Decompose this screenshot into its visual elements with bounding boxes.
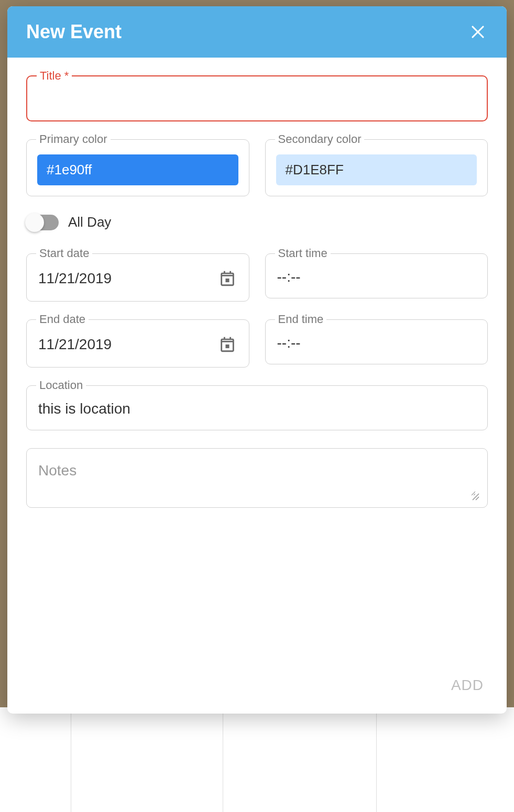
modal-title: New Event: [26, 21, 122, 43]
start-time-input[interactable]: [277, 269, 476, 285]
calendar-icon[interactable]: [217, 269, 237, 288]
location-field: Location: [26, 385, 488, 430]
modal-header: New Event: [7, 6, 507, 58]
notes-input[interactable]: [38, 462, 476, 496]
background-calendar: [0, 707, 514, 812]
add-button[interactable]: ADD: [449, 673, 486, 698]
close-icon: [470, 24, 486, 40]
secondary-color-swatch[interactable]: #D1E8FF: [276, 154, 477, 185]
toggle-knob: [25, 213, 44, 232]
end-time-field: End time: [265, 319, 488, 368]
close-button[interactable]: [468, 22, 488, 42]
modal-footer: ADD: [7, 660, 507, 714]
end-date-label: End date: [36, 313, 89, 326]
secondary-color-field: Secondary color #D1E8FF: [265, 139, 488, 196]
secondary-color-label: Secondary color: [275, 132, 365, 146]
primary-color-swatch[interactable]: #1e90ff: [37, 154, 238, 185]
title-field: Title *: [26, 75, 488, 121]
modal-body: Title * Primary color #1e90ff Secondary …: [7, 58, 507, 660]
notes-field: [26, 448, 488, 508]
all-day-label: All Day: [68, 214, 111, 230]
new-event-modal: New Event Title * Primary color #1e90ff: [7, 6, 507, 714]
title-input[interactable]: [39, 91, 475, 108]
title-label: Title *: [37, 69, 72, 83]
end-time-label: End time: [275, 313, 327, 326]
svg-rect-2: [225, 279, 229, 282]
start-time-label: Start time: [275, 247, 331, 260]
svg-line-5: [476, 497, 479, 500]
primary-color-label: Primary color: [36, 132, 111, 146]
start-date-input[interactable]: [38, 270, 217, 287]
calendar-icon[interactable]: [217, 335, 237, 354]
primary-color-field: Primary color #1e90ff: [26, 139, 249, 196]
end-date-input[interactable]: [38, 336, 217, 353]
end-time-input[interactable]: [277, 335, 476, 351]
all-day-row: All Day: [26, 214, 488, 230]
location-input[interactable]: [38, 401, 476, 417]
start-time-field: Start time: [265, 253, 488, 302]
end-date-field: End date: [26, 319, 249, 368]
svg-rect-3: [225, 344, 229, 348]
all-day-toggle[interactable]: [26, 215, 59, 230]
location-label: Location: [36, 379, 86, 392]
start-date-field: Start date: [26, 253, 249, 302]
start-date-label: Start date: [36, 247, 92, 260]
